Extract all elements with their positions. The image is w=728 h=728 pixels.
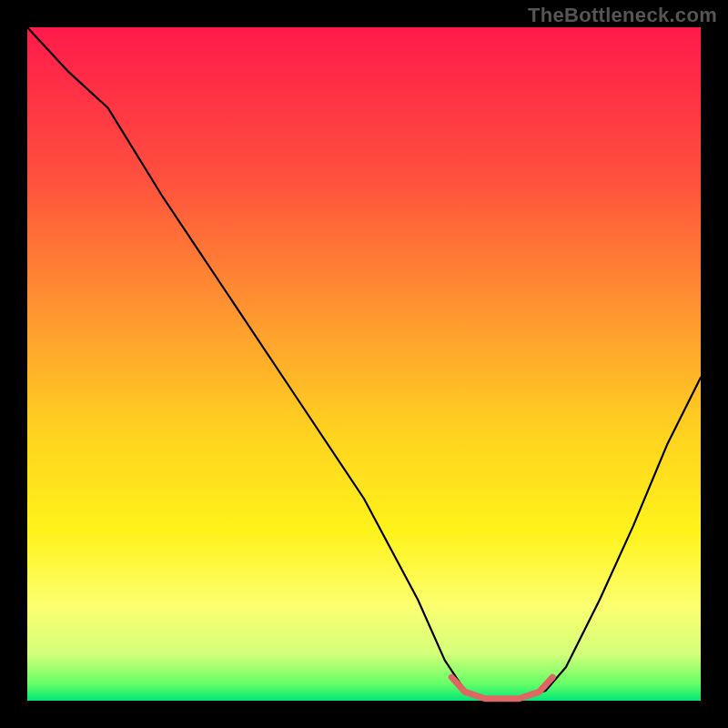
- watermark-text: TheBottleneck.com: [528, 4, 717, 27]
- chart-stage: TheBottleneck.com: [0, 0, 728, 728]
- bottleneck-chart: [0, 0, 728, 728]
